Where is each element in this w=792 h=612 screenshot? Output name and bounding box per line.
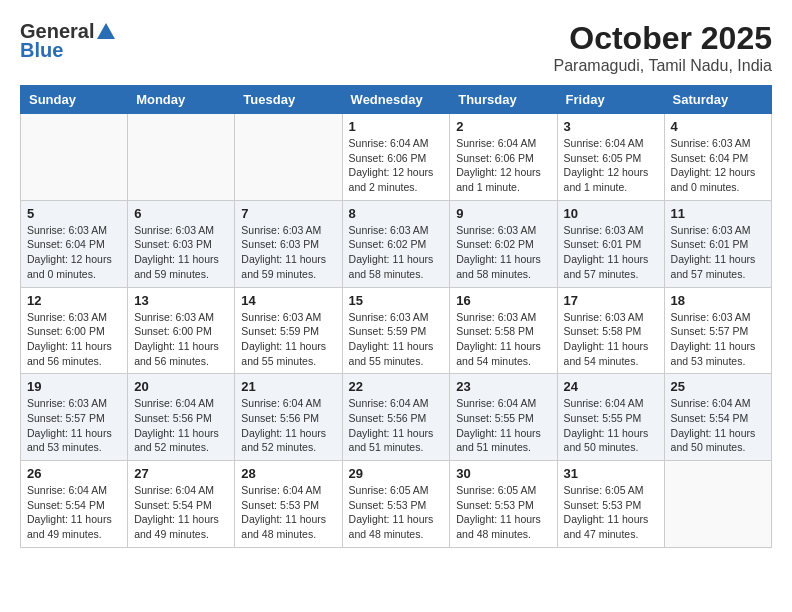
calendar-cell: 21Sunrise: 6:04 AM Sunset: 5:56 PM Dayli… (235, 374, 342, 461)
day-number: 1 (349, 119, 444, 134)
day-number: 13 (134, 293, 228, 308)
day-number: 10 (564, 206, 658, 221)
month-title: October 2025 (554, 20, 773, 57)
logo-blue: Blue (20, 39, 63, 62)
calendar-week-row: 5Sunrise: 6:03 AM Sunset: 6:04 PM Daylig… (21, 200, 772, 287)
day-info: Sunrise: 6:05 AM Sunset: 5:53 PM Dayligh… (349, 483, 444, 542)
day-number: 6 (134, 206, 228, 221)
calendar-cell: 11Sunrise: 6:03 AM Sunset: 6:01 PM Dayli… (664, 200, 771, 287)
day-number: 15 (349, 293, 444, 308)
day-number: 29 (349, 466, 444, 481)
day-number: 23 (456, 379, 550, 394)
day-number: 31 (564, 466, 658, 481)
calendar-cell: 3Sunrise: 6:04 AM Sunset: 6:05 PM Daylig… (557, 114, 664, 201)
calendar-cell (128, 114, 235, 201)
day-info: Sunrise: 6:03 AM Sunset: 5:57 PM Dayligh… (671, 310, 765, 369)
day-number: 8 (349, 206, 444, 221)
calendar-cell: 28Sunrise: 6:04 AM Sunset: 5:53 PM Dayli… (235, 461, 342, 548)
day-info: Sunrise: 6:03 AM Sunset: 6:04 PM Dayligh… (671, 136, 765, 195)
day-number: 11 (671, 206, 765, 221)
day-number: 27 (134, 466, 228, 481)
day-info: Sunrise: 6:04 AM Sunset: 6:05 PM Dayligh… (564, 136, 658, 195)
day-number: 22 (349, 379, 444, 394)
calendar-cell: 17Sunrise: 6:03 AM Sunset: 5:58 PM Dayli… (557, 287, 664, 374)
day-info: Sunrise: 6:03 AM Sunset: 6:00 PM Dayligh… (134, 310, 228, 369)
calendar-cell: 6Sunrise: 6:03 AM Sunset: 6:03 PM Daylig… (128, 200, 235, 287)
calendar-cell: 29Sunrise: 6:05 AM Sunset: 5:53 PM Dayli… (342, 461, 450, 548)
day-number: 14 (241, 293, 335, 308)
calendar-cell: 18Sunrise: 6:03 AM Sunset: 5:57 PM Dayli… (664, 287, 771, 374)
day-info: Sunrise: 6:04 AM Sunset: 5:54 PM Dayligh… (671, 396, 765, 455)
day-info: Sunrise: 6:03 AM Sunset: 5:58 PM Dayligh… (456, 310, 550, 369)
logo-icon (95, 21, 117, 43)
calendar-cell: 31Sunrise: 6:05 AM Sunset: 5:53 PM Dayli… (557, 461, 664, 548)
calendar-cell: 7Sunrise: 6:03 AM Sunset: 6:03 PM Daylig… (235, 200, 342, 287)
weekday-header: Monday (128, 86, 235, 114)
weekday-header: Wednesday (342, 86, 450, 114)
page-header: General Blue October 2025 Paramagudi, Ta… (20, 20, 772, 75)
title-block: October 2025 Paramagudi, Tamil Nadu, Ind… (554, 20, 773, 75)
day-info: Sunrise: 6:03 AM Sunset: 6:02 PM Dayligh… (349, 223, 444, 282)
day-number: 9 (456, 206, 550, 221)
calendar-cell: 19Sunrise: 6:03 AM Sunset: 5:57 PM Dayli… (21, 374, 128, 461)
weekday-header: Saturday (664, 86, 771, 114)
calendar-cell: 4Sunrise: 6:03 AM Sunset: 6:04 PM Daylig… (664, 114, 771, 201)
day-info: Sunrise: 6:03 AM Sunset: 5:58 PM Dayligh… (564, 310, 658, 369)
day-number: 16 (456, 293, 550, 308)
location: Paramagudi, Tamil Nadu, India (554, 57, 773, 75)
day-info: Sunrise: 6:03 AM Sunset: 6:01 PM Dayligh… (671, 223, 765, 282)
weekday-header-row: SundayMondayTuesdayWednesdayThursdayFrid… (21, 86, 772, 114)
day-number: 4 (671, 119, 765, 134)
calendar-cell: 10Sunrise: 6:03 AM Sunset: 6:01 PM Dayli… (557, 200, 664, 287)
day-info: Sunrise: 6:04 AM Sunset: 5:54 PM Dayligh… (134, 483, 228, 542)
logo: General Blue (20, 20, 118, 62)
day-number: 19 (27, 379, 121, 394)
day-info: Sunrise: 6:04 AM Sunset: 5:54 PM Dayligh… (27, 483, 121, 542)
calendar-cell: 5Sunrise: 6:03 AM Sunset: 6:04 PM Daylig… (21, 200, 128, 287)
calendar-cell (664, 461, 771, 548)
day-number: 28 (241, 466, 335, 481)
calendar-week-row: 19Sunrise: 6:03 AM Sunset: 5:57 PM Dayli… (21, 374, 772, 461)
weekday-header: Sunday (21, 86, 128, 114)
calendar-week-row: 12Sunrise: 6:03 AM Sunset: 6:00 PM Dayli… (21, 287, 772, 374)
calendar-cell: 16Sunrise: 6:03 AM Sunset: 5:58 PM Dayli… (450, 287, 557, 374)
day-info: Sunrise: 6:05 AM Sunset: 5:53 PM Dayligh… (456, 483, 550, 542)
calendar-cell: 12Sunrise: 6:03 AM Sunset: 6:00 PM Dayli… (21, 287, 128, 374)
calendar-cell (235, 114, 342, 201)
weekday-header: Friday (557, 86, 664, 114)
day-info: Sunrise: 6:03 AM Sunset: 5:57 PM Dayligh… (27, 396, 121, 455)
day-info: Sunrise: 6:04 AM Sunset: 5:56 PM Dayligh… (134, 396, 228, 455)
weekday-header: Thursday (450, 86, 557, 114)
calendar-week-row: 1Sunrise: 6:04 AM Sunset: 6:06 PM Daylig… (21, 114, 772, 201)
calendar-cell: 22Sunrise: 6:04 AM Sunset: 5:56 PM Dayli… (342, 374, 450, 461)
calendar-cell: 15Sunrise: 6:03 AM Sunset: 5:59 PM Dayli… (342, 287, 450, 374)
day-info: Sunrise: 6:04 AM Sunset: 6:06 PM Dayligh… (456, 136, 550, 195)
calendar-cell: 8Sunrise: 6:03 AM Sunset: 6:02 PM Daylig… (342, 200, 450, 287)
calendar-cell: 1Sunrise: 6:04 AM Sunset: 6:06 PM Daylig… (342, 114, 450, 201)
day-info: Sunrise: 6:04 AM Sunset: 5:55 PM Dayligh… (456, 396, 550, 455)
calendar-cell (21, 114, 128, 201)
day-info: Sunrise: 6:04 AM Sunset: 5:56 PM Dayligh… (241, 396, 335, 455)
calendar-cell: 27Sunrise: 6:04 AM Sunset: 5:54 PM Dayli… (128, 461, 235, 548)
day-number: 25 (671, 379, 765, 394)
day-info: Sunrise: 6:04 AM Sunset: 5:55 PM Dayligh… (564, 396, 658, 455)
weekday-header: Tuesday (235, 86, 342, 114)
day-info: Sunrise: 6:05 AM Sunset: 5:53 PM Dayligh… (564, 483, 658, 542)
day-info: Sunrise: 6:03 AM Sunset: 6:03 PM Dayligh… (134, 223, 228, 282)
day-number: 26 (27, 466, 121, 481)
day-number: 24 (564, 379, 658, 394)
day-number: 7 (241, 206, 335, 221)
day-info: Sunrise: 6:04 AM Sunset: 5:53 PM Dayligh… (241, 483, 335, 542)
day-info: Sunrise: 6:03 AM Sunset: 6:04 PM Dayligh… (27, 223, 121, 282)
calendar-table: SundayMondayTuesdayWednesdayThursdayFrid… (20, 85, 772, 548)
day-info: Sunrise: 6:03 AM Sunset: 6:01 PM Dayligh… (564, 223, 658, 282)
day-info: Sunrise: 6:03 AM Sunset: 5:59 PM Dayligh… (241, 310, 335, 369)
day-number: 20 (134, 379, 228, 394)
day-info: Sunrise: 6:03 AM Sunset: 5:59 PM Dayligh… (349, 310, 444, 369)
svg-marker-0 (97, 23, 115, 39)
calendar-cell: 13Sunrise: 6:03 AM Sunset: 6:00 PM Dayli… (128, 287, 235, 374)
calendar-cell: 25Sunrise: 6:04 AM Sunset: 5:54 PM Dayli… (664, 374, 771, 461)
day-info: Sunrise: 6:03 AM Sunset: 6:02 PM Dayligh… (456, 223, 550, 282)
calendar-cell: 9Sunrise: 6:03 AM Sunset: 6:02 PM Daylig… (450, 200, 557, 287)
calendar-cell: 23Sunrise: 6:04 AM Sunset: 5:55 PM Dayli… (450, 374, 557, 461)
